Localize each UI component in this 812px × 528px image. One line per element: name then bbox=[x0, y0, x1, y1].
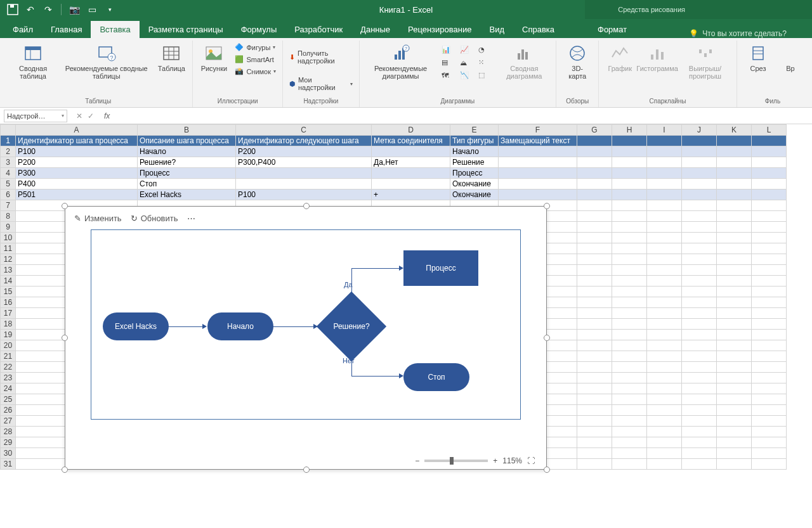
visio-addin-object[interactable]: ✎Изменить ↻Обновить ⋯ Да Нет Excel Ha bbox=[65, 206, 547, 470]
shape-decision[interactable]: Решение? bbox=[320, 305, 383, 349]
cell[interactable] bbox=[752, 308, 787, 319]
cell[interactable] bbox=[236, 168, 372, 179]
cell[interactable] bbox=[752, 394, 787, 405]
cell[interactable] bbox=[647, 427, 682, 437]
cell[interactable] bbox=[499, 190, 577, 200]
cell[interactable] bbox=[577, 287, 612, 297]
cell[interactable] bbox=[682, 254, 717, 265]
name-box[interactable]: Надстрой…▾ bbox=[4, 110, 67, 122]
formula-confirm-button[interactable]: ✓ bbox=[88, 112, 94, 120]
cell[interactable] bbox=[577, 459, 612, 470]
shape-start[interactable]: Начало bbox=[207, 312, 273, 340]
cell[interactable] bbox=[717, 190, 752, 200]
cell[interactable]: Процесс bbox=[138, 168, 236, 179]
addin-refresh-button[interactable]: ↻Обновить bbox=[131, 214, 178, 223]
cell[interactable] bbox=[717, 351, 752, 362]
table-header-row[interactable]: 1 Идентификатор шага процессаОписание ша… bbox=[1, 136, 787, 146]
cell[interactable] bbox=[577, 190, 612, 200]
cell[interactable] bbox=[647, 340, 682, 351]
tab-view[interactable]: Вид bbox=[480, 21, 513, 38]
zoom-slider[interactable] bbox=[424, 460, 488, 462]
cell[interactable] bbox=[577, 437, 612, 448]
cell[interactable] bbox=[717, 427, 752, 437]
cell[interactable] bbox=[499, 168, 577, 179]
cell[interactable]: P100 bbox=[16, 146, 138, 157]
cell[interactable] bbox=[577, 373, 612, 383]
save-button[interactable] bbox=[5, 2, 20, 17]
cell[interactable] bbox=[752, 157, 787, 168]
cell[interactable] bbox=[577, 146, 612, 157]
cell[interactable] bbox=[372, 168, 450, 179]
cell[interactable] bbox=[682, 405, 717, 416]
cell[interactable] bbox=[577, 427, 612, 437]
cell[interactable] bbox=[647, 222, 682, 233]
cell[interactable] bbox=[717, 448, 752, 459]
cell[interactable] bbox=[499, 157, 577, 168]
bar-chart-button[interactable]: ▤ bbox=[440, 57, 457, 68]
row-header[interactable]: 2 bbox=[1, 146, 16, 157]
cell[interactable] bbox=[717, 222, 752, 233]
cell[interactable] bbox=[612, 427, 647, 437]
fx-icon[interactable]: fx bbox=[99, 112, 110, 120]
cell[interactable] bbox=[612, 416, 647, 427]
cell[interactable] bbox=[647, 330, 682, 340]
cell[interactable] bbox=[717, 168, 752, 179]
combo-chart-button[interactable]: ⬚ bbox=[477, 70, 494, 80]
smartart-button[interactable]: 🟩SmartArt bbox=[233, 54, 277, 65]
row-header[interactable]: 8 bbox=[1, 211, 16, 222]
col-header[interactable]: E bbox=[450, 125, 499, 136]
cell[interactable] bbox=[752, 373, 787, 383]
cell[interactable] bbox=[612, 351, 647, 362]
cell[interactable] bbox=[682, 459, 717, 470]
cell[interactable] bbox=[752, 190, 787, 200]
sparkline-line-button[interactable]: График bbox=[604, 42, 636, 74]
cell[interactable] bbox=[647, 168, 682, 179]
zoom-in-button[interactable]: + bbox=[493, 456, 497, 465]
shape-process[interactable]: Процесс bbox=[403, 250, 478, 286]
cell[interactable] bbox=[577, 243, 612, 254]
cell[interactable] bbox=[752, 437, 787, 448]
cell[interactable] bbox=[682, 168, 717, 179]
row-header[interactable]: 17 bbox=[1, 308, 16, 319]
pie-chart-button[interactable]: ◔ bbox=[477, 44, 494, 55]
cell[interactable] bbox=[577, 179, 612, 190]
cell[interactable] bbox=[647, 190, 682, 200]
cell[interactable] bbox=[717, 200, 752, 211]
row-header[interactable]: 30 bbox=[1, 448, 16, 459]
tab-insert[interactable]: Вставка bbox=[91, 21, 139, 38]
cell[interactable]: P300 bbox=[16, 168, 138, 179]
cell[interactable] bbox=[682, 287, 717, 297]
row-header[interactable]: 1 bbox=[1, 136, 16, 146]
cell[interactable] bbox=[612, 157, 647, 168]
cell[interactable] bbox=[682, 222, 717, 233]
camera-button[interactable]: 📷 bbox=[67, 2, 82, 17]
scatter-chart-button[interactable]: ⁙ bbox=[477, 57, 494, 68]
cell[interactable] bbox=[647, 319, 682, 330]
cell[interactable] bbox=[752, 427, 787, 437]
cell[interactable] bbox=[647, 448, 682, 459]
cell[interactable] bbox=[752, 146, 787, 157]
cell[interactable] bbox=[752, 179, 787, 190]
zoom-fit-button[interactable]: ⛶ bbox=[527, 456, 535, 465]
cell[interactable] bbox=[717, 459, 752, 470]
shapes-button[interactable]: 🔷Фигуры▾ bbox=[233, 42, 277, 53]
qat-customize-button[interactable]: ▾ bbox=[102, 2, 117, 17]
cell[interactable] bbox=[682, 448, 717, 459]
timeline-button[interactable]: Вр bbox=[778, 42, 803, 74]
row-header[interactable]: 19 bbox=[1, 330, 16, 340]
row-header[interactable]: 16 bbox=[1, 297, 16, 308]
cell[interactable] bbox=[647, 157, 682, 168]
cell[interactable] bbox=[612, 448, 647, 459]
tab-pagelayout[interactable]: Разметка страницы bbox=[140, 21, 232, 38]
pictures-button[interactable]: Рисунки bbox=[198, 42, 230, 74]
row-header[interactable]: 29 bbox=[1, 437, 16, 448]
cell[interactable] bbox=[717, 319, 752, 330]
cell[interactable] bbox=[752, 383, 787, 394]
recommended-pivot-button[interactable]: ? Рекомендуемые сводные таблицы bbox=[61, 42, 152, 81]
cell[interactable]: P200 bbox=[236, 146, 372, 157]
cell[interactable] bbox=[752, 319, 787, 330]
tab-home[interactable]: Главная bbox=[42, 21, 91, 38]
row-header[interactable]: 4 bbox=[1, 168, 16, 179]
tab-review[interactable]: Рецензирование bbox=[399, 21, 480, 38]
row-header[interactable]: 21 bbox=[1, 351, 16, 362]
